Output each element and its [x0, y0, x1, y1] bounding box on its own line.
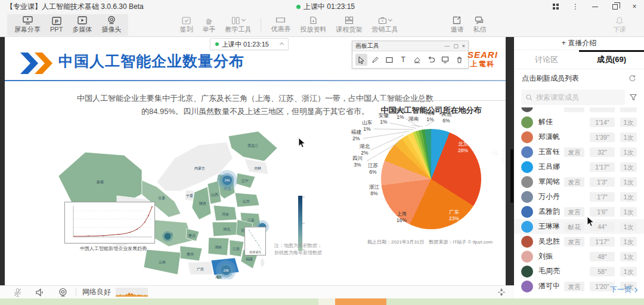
ticket-icon: [275, 16, 286, 24]
eraser-tool[interactable]: [411, 54, 423, 66]
class-status-text: 上课中 01:23:15: [304, 2, 355, 12]
count-badge: 1次: [620, 147, 637, 157]
title-underline: [5, 80, 506, 81]
main-toolbar: 屏幕分享 P PPT 多媒体 摄像头 签到 举手: [0, 13, 644, 37]
ppt-button[interactable]: P PPT: [45, 14, 67, 36]
province-label: 江西: [233, 247, 240, 251]
scrollbar[interactable]: [510, 149, 513, 203]
more-menu-icon[interactable]: ⋮: [571, 2, 580, 11]
course-shelf-button[interactable]: 课程货架: [331, 14, 367, 36]
panel-minimize-icon[interactable]: —: [444, 43, 450, 49]
member-row-highlighted[interactable]: 王琳琳献花44"1次: [514, 219, 644, 234]
screen-share-icon: [23, 16, 33, 24]
eraser-icon: [413, 56, 421, 63]
tab-discussion[interactable]: 讨论区: [514, 50, 579, 69]
maximize-button[interactable]: [610, 2, 620, 11]
microphone-muted-icon[interactable]: [13, 288, 22, 297]
media-button[interactable]: 多媒体: [67, 14, 97, 36]
sign-in-button[interactable]: 签到: [175, 14, 197, 36]
member-row[interactable]: 吴忠胜发言1'17"1次: [514, 234, 644, 249]
count-badge: 1次: [620, 192, 637, 202]
province-label: 陕西: [199, 201, 206, 206]
slide-title: 中国人工智能企业数量分布: [58, 51, 244, 71]
avatar: [521, 251, 533, 263]
count-badge: 1次: [620, 222, 637, 232]
avatar: [521, 206, 533, 218]
speaker-icon[interactable]: [35, 288, 45, 297]
member-row[interactable]: 孟雅韵发言1'6"1次: [514, 204, 644, 219]
slide-status-badge[interactable]: 上课中 01:23:15: [210, 38, 289, 50]
title-chevrons-icon: [20, 53, 55, 74]
next-page-button[interactable]: 下一页: [610, 285, 637, 295]
watermark: IT桔子: [489, 150, 506, 169]
avatar: [521, 146, 533, 158]
member-row[interactable]: 刘振48"1次: [514, 249, 644, 264]
layout-grid-icon[interactable]: [551, 2, 561, 11]
board-tool[interactable]: [439, 54, 451, 66]
province-label: 山东: [243, 199, 250, 203]
pie-label-guangdong: 广东23%: [449, 209, 459, 221]
cursor-icon: [358, 56, 365, 64]
select-tool[interactable]: [355, 54, 367, 66]
bell-icon: [615, 16, 624, 24]
screen-share-button[interactable]: 屏幕分享: [10, 14, 45, 36]
action-badge: 发言: [564, 207, 584, 217]
coupon-button[interactable]: 优惠券: [266, 14, 295, 36]
panel-maximize-icon[interactable]: ▢: [453, 43, 459, 49]
whiteboard-tools-panel: 画板工具 — ▢ × T: [352, 41, 469, 69]
webcam-icon: [107, 16, 116, 24]
south-sea-inset: 南海诸岛: [244, 227, 266, 255]
media-play-icon: [78, 16, 87, 24]
time-badge: 32": [590, 147, 615, 157]
avatar: [521, 266, 533, 278]
clear-tool[interactable]: [454, 54, 466, 66]
text-tool[interactable]: T: [398, 54, 410, 66]
action-badge: 献花: [564, 222, 584, 232]
refresh-members-row[interactable]: 点击刷新成员列表: [514, 69, 644, 87]
shelf-icon: [345, 16, 354, 24]
collapse-panel-icon[interactable]: [497, 288, 506, 297]
tab-members[interactable]: 成员(69): [579, 50, 644, 69]
invite-button[interactable]: 邀请: [445, 14, 468, 36]
undo-tool[interactable]: [426, 54, 438, 66]
member-row[interactable]: 毛周亮58"1次: [514, 264, 644, 279]
search-input[interactable]: 搜索课堂成员: [521, 90, 625, 105]
member-row[interactable]: 郑潇帆1'39"1次: [514, 130, 644, 144]
live-intro-button[interactable]: + 直播介绍: [514, 37, 644, 50]
trend-chart-caption: 中国人工智能新增企业发展趋势: [60, 245, 167, 252]
end-class-button[interactable]: 下课: [608, 14, 631, 36]
member-row[interactable]: 解佳1'14"1次: [514, 115, 644, 130]
bottom-statusbar: 网络良好: [0, 285, 514, 298]
rectangle-tool[interactable]: [383, 54, 395, 66]
pie-label-jiangsu: 江苏6%: [368, 162, 378, 175]
private-message-button[interactable]: 私信: [468, 14, 491, 36]
member-row[interactable]: 王吕娜1'17"1次: [514, 159, 644, 174]
province-label: 甘肃: [158, 196, 165, 200]
sidebar-tabs: 讨论区 成员(69): [514, 50, 644, 69]
pie-label-beijing: 北京28%: [458, 141, 468, 153]
webcam-icon[interactable]: [58, 288, 67, 297]
camera-button[interactable]: 摄像头: [97, 14, 126, 36]
teaching-tools-button[interactable]: 教学工具: [220, 14, 256, 36]
panel-close-icon[interactable]: ×: [462, 43, 465, 49]
member-row[interactable]: 覃闻铭发言1'3"1次: [514, 174, 644, 189]
time-badge: 1'39": [590, 133, 615, 142]
raise-hand-button[interactable]: 举手: [197, 14, 220, 36]
close-button[interactable]: ×: [630, 2, 639, 11]
member-row[interactable]: 万小丹1'7"1次: [514, 189, 644, 204]
audio-waveform: [116, 288, 148, 297]
pie-chart: 中国人工智能公司所在地分布 其他6% 北京28% 广东23% 上海16% 浙江8…: [354, 95, 506, 251]
marketing-tools-button[interactable]: 营销工具: [367, 14, 402, 36]
member-row[interactable]: 王富钰发言32"1次: [514, 144, 644, 159]
time-badge: 1'17": [590, 162, 615, 172]
calendar-check-icon: [182, 16, 191, 24]
avatar: [521, 221, 533, 233]
refresh-icon[interactable]: [628, 75, 636, 82]
divider: [76, 288, 76, 297]
distribute-materials-button[interactable]: 投放资料: [295, 14, 331, 36]
minimize-button[interactable]: [590, 2, 600, 11]
pen-tool[interactable]: [370, 54, 382, 66]
undo-arrow-icon: [428, 56, 435, 63]
avatar: [521, 176, 533, 188]
filter-icon[interactable]: [630, 94, 637, 101]
